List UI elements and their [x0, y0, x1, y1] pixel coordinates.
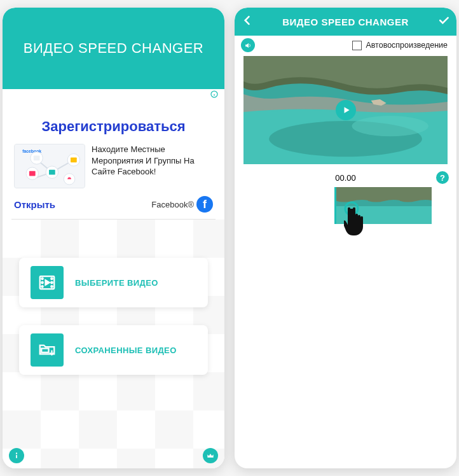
svg-marker-32: [344, 107, 349, 113]
svg-rect-25: [41, 349, 48, 353]
select-video-button[interactable]: ВЫБЕРИТЕ ВИДЕО: [19, 258, 208, 307]
saved-video-label: СОХРАНЕННЫЕ ВИДЕО: [75, 346, 177, 355]
top-bar: ВИДЕО SPEED CHANGER: [235, 8, 456, 36]
ad-brand-label: Facebook®: [151, 200, 194, 209]
app-title: ВИДЕО SPEED CHANGER: [24, 40, 204, 57]
screen-editor: ВИДЕО SPEED CHANGER Автовоспроизведение: [235, 8, 456, 468]
svg-rect-13: [49, 170, 55, 175]
saved-video-button[interactable]: СОХРАНЕННЫЕ ВИДЕО: [19, 325, 208, 375]
svg-rect-38: [400, 206, 432, 224]
svg-point-31: [352, 116, 428, 136]
svg-point-22: [51, 282, 53, 284]
svg-point-21: [51, 278, 53, 280]
info-button[interactable]: [9, 448, 24, 463]
svg-point-19: [41, 282, 43, 284]
svg-point-18: [41, 278, 43, 280]
ad-body: facebook Находите Местные Мероприятия И …: [14, 144, 213, 188]
time-row: 00.00 ?: [235, 169, 456, 186]
main-menu: ВЫБЕРИТЕ ВИДЕО СОХРАНЕННЫЕ ВИДЕО: [3, 220, 224, 468]
checkbox-box-icon: [352, 41, 362, 50]
ad-title: Зарегистрироваться: [14, 118, 213, 135]
ad-info-row: [3, 89, 224, 101]
sound-toggle[interactable]: [241, 38, 255, 52]
film-icon: [31, 266, 64, 299]
video-preview[interactable]: [243, 56, 448, 164]
facebook-icon: f: [196, 196, 213, 213]
svg-rect-27: [16, 455, 17, 458]
ad-info-icon[interactable]: [210, 89, 218, 101]
svg-rect-11: [29, 171, 36, 176]
footer: [3, 448, 224, 463]
play-button[interactable]: [336, 100, 356, 120]
autoplay-checkbox[interactable]: Автовоспроизведение: [352, 41, 448, 50]
sub-bar: Автовоспроизведение: [235, 36, 456, 55]
timeline[interactable]: [235, 187, 456, 248]
svg-rect-9: [34, 155, 40, 160]
ad-description: Находите Местные Мероприятия И Группы На…: [92, 144, 213, 188]
ad-card[interactable]: Зарегистрироваться facebook Находите Мес…: [11, 115, 216, 220]
app-bar: ВИДЕО SPEED CHANGER: [3, 8, 224, 89]
timeline-frame: [368, 187, 400, 224]
ad-brand: Facebook® f: [151, 196, 213, 213]
help-glyph: ?: [440, 173, 445, 183]
current-time: 00.00: [335, 173, 356, 183]
svg-rect-15: [71, 157, 77, 162]
autoplay-label: Автовоспроизведение: [366, 41, 448, 50]
saved-icon: [31, 333, 64, 367]
ad-open-button[interactable]: Открыть: [14, 199, 55, 210]
select-video-label: ВЫБЕРИТЕ ВИДЕО: [75, 278, 158, 288]
help-button[interactable]: ?: [436, 171, 449, 184]
back-button[interactable]: [241, 14, 254, 29]
editor-title: ВИДЕО SPEED CHANGER: [254, 17, 437, 27]
screen-home: ВИДЕО SPEED CHANGER Зарегистрироваться f…: [3, 8, 224, 468]
svg-marker-24: [46, 280, 50, 285]
svg-point-26: [16, 452, 17, 454]
drag-hand-icon: [344, 201, 372, 237]
confirm-button[interactable]: [437, 14, 450, 29]
premium-button[interactable]: [203, 448, 218, 463]
ad-bottom-row: Открыть Facebook® f: [14, 196, 213, 213]
svg-point-23: [51, 286, 53, 288]
ad-thumbnail: facebook: [14, 144, 85, 188]
svg-rect-36: [368, 206, 400, 224]
timeline-frame: [400, 187, 432, 224]
svg-point-20: [41, 286, 43, 288]
